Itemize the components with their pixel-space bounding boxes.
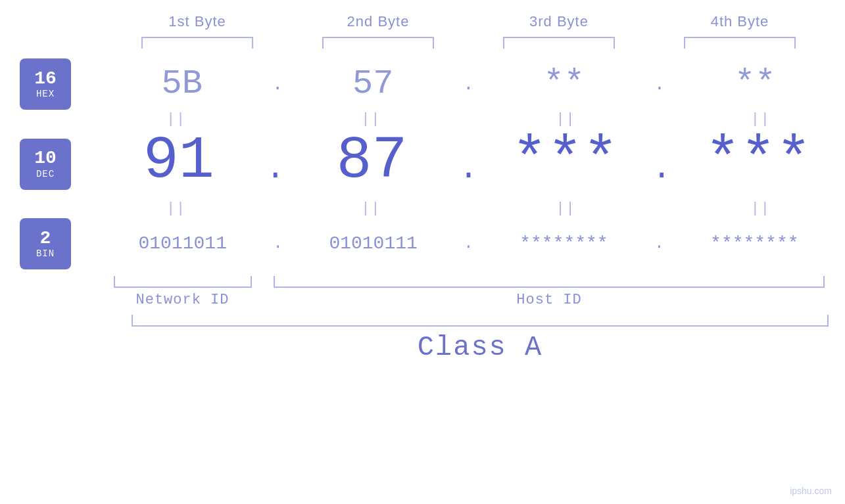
equals-1-3: || bbox=[482, 111, 650, 127]
top-brackets bbox=[107, 37, 831, 49]
bin-cell-4: ******** bbox=[664, 234, 845, 254]
network-bracket-wrapper bbox=[107, 276, 258, 288]
top-bracket-3 bbox=[503, 37, 615, 49]
dec-dot-1: . bbox=[266, 150, 285, 194]
bin-dot-2: . bbox=[464, 235, 473, 252]
top-bracket-1 bbox=[141, 37, 253, 49]
hex-dot-1: . bbox=[272, 74, 283, 95]
header-col1: 1st Byte bbox=[107, 13, 288, 30]
hex-dot-3: . bbox=[654, 74, 665, 95]
bin-value-4: ******** bbox=[710, 233, 798, 254]
top-bracket-4 bbox=[684, 37, 796, 49]
main-container: 1st Byte 2nd Byte 3rd Byte 4th Byte 16 H… bbox=[0, 0, 845, 504]
dec-value-2: 87 bbox=[337, 127, 408, 195]
equals-row-2: || || || || bbox=[0, 200, 845, 217]
bin-cell-2: 01010111 bbox=[283, 234, 464, 254]
class-bracket bbox=[132, 315, 829, 327]
bin-value-1: 01011011 bbox=[139, 233, 227, 254]
hex-cell-2: 57 bbox=[283, 65, 463, 103]
equals-2-3: || bbox=[482, 200, 650, 217]
dec-value-1: 91 bbox=[143, 127, 214, 195]
bin-badge-num: 2 bbox=[40, 229, 51, 249]
header-col2: 2nd Byte bbox=[288, 13, 469, 30]
header-col4: 4th Byte bbox=[650, 13, 831, 30]
equals-1-2: || bbox=[287, 111, 455, 127]
bin-dot-3: . bbox=[654, 235, 664, 252]
equals-1-1: || bbox=[92, 111, 260, 127]
bin-dot-1: . bbox=[273, 235, 282, 252]
hex-cell-4: ** bbox=[665, 65, 845, 103]
network-bracket bbox=[114, 276, 252, 288]
dec-dot-2: . bbox=[458, 150, 478, 194]
host-id-label: Host ID bbox=[268, 292, 831, 308]
bin-cell-3: ******** bbox=[473, 234, 654, 254]
dec-badge: 10 DEC bbox=[20, 139, 71, 190]
hex-cell-3: ** bbox=[474, 65, 654, 103]
equals-2-1: || bbox=[92, 200, 260, 217]
hex-badge-label: HEX bbox=[36, 89, 55, 99]
equals-row-1: || || || || bbox=[0, 111, 845, 127]
equals-1-4: || bbox=[677, 111, 845, 127]
dec-badge-label: DEC bbox=[36, 169, 55, 179]
hex-value-1: 5B bbox=[162, 64, 203, 103]
host-bracket-wrapper bbox=[268, 276, 831, 288]
bracket-cell-2 bbox=[288, 37, 469, 49]
hex-dot-2: . bbox=[463, 74, 474, 95]
bracket-cell-4 bbox=[650, 37, 831, 49]
bin-badge: 2 BIN bbox=[20, 218, 71, 269]
dec-cell-1: 91 bbox=[92, 129, 266, 194]
bin-value-3: ******** bbox=[519, 233, 608, 254]
id-labels-row: Network ID Host ID bbox=[107, 292, 831, 308]
bin-badge-label: BIN bbox=[36, 248, 55, 259]
header-col3: 3rd Byte bbox=[469, 13, 650, 30]
bin-cell-1: 01011011 bbox=[92, 234, 273, 254]
dec-row: 10 DEC 91 . 87 . *** . *** bbox=[0, 129, 845, 199]
host-bracket bbox=[274, 276, 825, 288]
class-label: Class A bbox=[132, 332, 829, 363]
top-bracket-2 bbox=[322, 37, 434, 49]
dec-dot-3: . bbox=[652, 150, 671, 194]
badge-dec-wrapper: 10 DEC bbox=[0, 139, 92, 190]
dec-cell-3: *** bbox=[479, 129, 652, 194]
hex-badge: 16 HEX bbox=[20, 58, 71, 110]
bracket-cell-1 bbox=[107, 37, 288, 49]
hex-value-4: ** bbox=[735, 64, 775, 103]
bracket-cell-3 bbox=[469, 37, 650, 49]
dec-badge-num: 10 bbox=[34, 149, 57, 169]
dec-cell-2: 87 bbox=[285, 129, 459, 194]
hex-value-2: 57 bbox=[352, 64, 393, 103]
watermark: ipshu.com bbox=[790, 486, 832, 496]
dec-cell-4: *** bbox=[671, 129, 845, 194]
hex-cell-1: 5B bbox=[92, 65, 272, 103]
dec-value-3: *** bbox=[512, 127, 618, 195]
hex-row: 16 HEX 5B . 57 . ** . ** bbox=[0, 58, 845, 110]
badge-bin-wrapper: 2 BIN bbox=[0, 218, 92, 269]
bin-row: 2 BIN 01011011 . 01010111 . ******** . *… bbox=[0, 218, 845, 269]
bottom-brackets-row bbox=[107, 276, 831, 288]
hex-badge-num: 16 bbox=[34, 69, 57, 89]
equals-2-4: || bbox=[677, 200, 845, 217]
column-headers: 1st Byte 2nd Byte 3rd Byte 4th Byte bbox=[107, 13, 831, 30]
network-id-label: Network ID bbox=[107, 292, 258, 308]
class-bracket-wrapper: Class A bbox=[132, 315, 829, 363]
equals-2-2: || bbox=[287, 200, 455, 217]
badge-hex-wrapper: 16 HEX bbox=[0, 58, 92, 110]
dec-value-4: *** bbox=[705, 127, 811, 195]
bin-value-2: 01010111 bbox=[329, 233, 417, 254]
hex-value-3: ** bbox=[544, 64, 585, 103]
